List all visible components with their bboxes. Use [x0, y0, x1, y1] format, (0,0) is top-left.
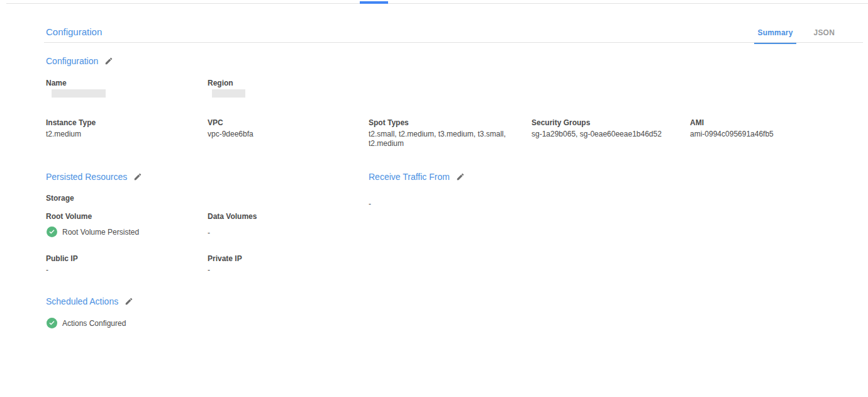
pencil-icon — [133, 172, 142, 181]
data-volumes-value: - — [208, 228, 210, 238]
receive-traffic-value: - — [369, 199, 371, 209]
receive-traffic-section-title: Receive Traffic From — [369, 172, 450, 182]
persisted-resources-section-header: Persisted Resources — [46, 172, 142, 182]
name-label: Name — [46, 79, 67, 87]
page-title: Configuration — [46, 26, 102, 37]
scheduled-actions-section-header: Scheduled Actions — [46, 296, 133, 306]
pencil-icon — [104, 57, 113, 65]
edit-configuration-button[interactable] — [104, 57, 113, 65]
scheduled-actions-status-text: Actions Configured — [62, 319, 126, 328]
persisted-resources-section-title: Persisted Resources — [46, 172, 127, 182]
storage-label: Storage — [46, 194, 74, 203]
tab-json[interactable]: JSON — [811, 28, 838, 43]
root-volume-status-text: Root Volume Persisted — [62, 228, 139, 237]
edit-persisted-resources-button[interactable] — [133, 172, 142, 181]
scheduled-actions-section-title: Scheduled Actions — [46, 296, 118, 306]
spot-types-value: t2.small, t2.medium, t3.medium, t3.small… — [369, 130, 515, 148]
configuration-section-header: Configuration — [46, 56, 113, 66]
name-value-redacted — [52, 89, 106, 98]
ami-label: AMI — [690, 118, 704, 127]
region-value-redacted — [212, 89, 245, 98]
header-divider — [44, 42, 863, 43]
receive-traffic-section-header: Receive Traffic From — [369, 172, 465, 182]
root-volume-label: Root Volume — [46, 212, 92, 221]
private-ip-value: - — [208, 266, 210, 275]
edit-receive-traffic-button[interactable] — [456, 172, 465, 181]
configuration-page: Configuration Summary JSON Configuration… — [0, 0, 868, 397]
check-circle-icon — [47, 226, 57, 237]
instance-type-label: Instance Type — [46, 118, 96, 127]
region-label: Region — [208, 79, 233, 87]
public-ip-value: - — [46, 266, 48, 275]
check-circle-icon — [47, 318, 57, 328]
top-tabstrip-divider — [6, 3, 868, 4]
instance-type-value: t2.medium — [46, 130, 81, 139]
ami-value: ami-0994c095691a46fb5 — [690, 130, 774, 139]
private-ip-label: Private IP — [208, 254, 242, 263]
pencil-icon — [456, 172, 465, 181]
pencil-icon — [125, 297, 133, 306]
security-groups-value: sg-1a29b065, sg-0eae60eeae1b46d52 — [531, 130, 662, 139]
vpc-label: VPC — [208, 118, 223, 127]
edit-scheduled-actions-button[interactable] — [125, 297, 133, 306]
vpc-value: vpc-9dee6bfa — [208, 130, 253, 139]
scheduled-actions-status-row: Actions Configured — [47, 318, 126, 328]
data-volumes-label: Data Volumes — [208, 212, 257, 221]
top-tab-indicator — [360, 1, 388, 4]
root-volume-status-row: Root Volume Persisted — [47, 226, 139, 237]
configuration-section-title: Configuration — [46, 56, 98, 66]
public-ip-label: Public IP — [46, 254, 78, 263]
security-groups-label: Security Groups — [531, 118, 590, 127]
spot-types-label: Spot Types — [369, 118, 409, 127]
